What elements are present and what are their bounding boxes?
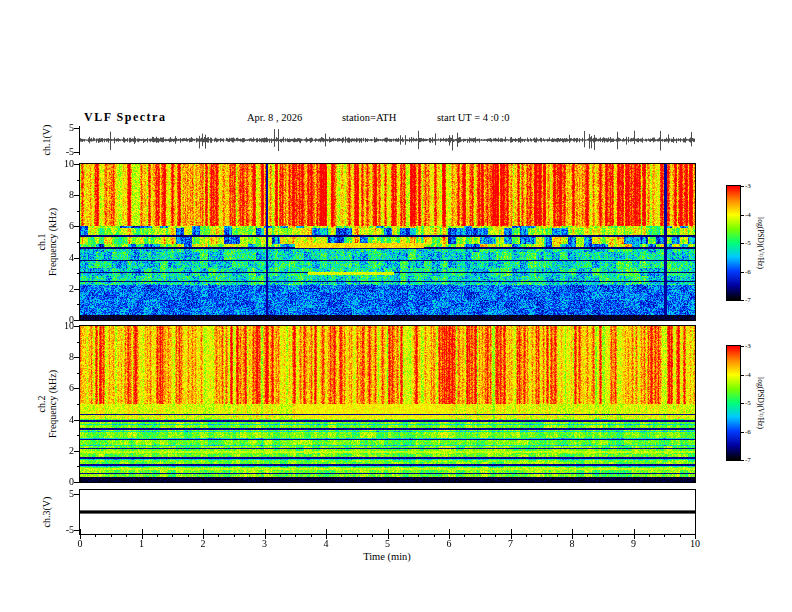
x-tick-mark	[634, 529, 635, 534]
colorbar-tick-label: -6	[745, 428, 751, 436]
colorbar-tick-mark	[741, 432, 744, 433]
ch2-frequency-axis-label: ch.2 Frequency (kHz)	[36, 370, 58, 438]
x-minor-tick-mark	[341, 535, 342, 537]
ch1-voltage-tick-mark	[74, 152, 80, 153]
x-minor-tick-mark	[557, 535, 558, 537]
x-minor-tick-mark	[649, 535, 650, 537]
x-tick-mark	[572, 315, 573, 320]
x-minor-tick-mark	[541, 535, 542, 537]
y-tick-mark	[77, 435, 80, 436]
x-tick-mark	[634, 315, 635, 320]
x-minor-tick-mark	[280, 535, 281, 537]
x-minor-tick-mark	[664, 535, 665, 537]
ch2-axis-channel-line: ch.2	[36, 370, 47, 438]
x-minor-tick-mark	[464, 535, 465, 537]
colorbar-tick-label: -6	[745, 268, 751, 276]
ch3-voltage-tick-label: -5	[48, 524, 74, 536]
x-minor-tick-mark	[434, 535, 435, 537]
y-tick-mark	[77, 373, 80, 374]
y-tick-label: 10	[48, 158, 74, 170]
y-tick-label: 8	[48, 351, 74, 363]
y-tick-label: 6	[48, 382, 74, 394]
x-tick-mark	[80, 315, 81, 320]
ch2-spectrogram-canvas	[80, 326, 695, 482]
x-minor-tick-mark	[526, 535, 527, 537]
x-tick-mark	[695, 477, 696, 482]
y-tick-label: 4	[48, 252, 74, 264]
x-tick-mark	[695, 315, 696, 320]
y-tick-mark	[74, 420, 80, 421]
colorbar-tick-mark	[741, 403, 744, 404]
figure-date: Apr. 8 , 2026	[247, 112, 302, 123]
x-minor-tick-mark	[618, 535, 619, 537]
x-tick-mark	[203, 529, 204, 534]
y-tick-label: 2	[48, 445, 74, 457]
ch2-spectrogram-panel	[79, 325, 696, 483]
x-tick-mark	[388, 315, 389, 320]
x-tick-label: 7	[508, 538, 513, 550]
ch1-axis-channel-line: ch.1	[36, 208, 47, 276]
ch1-spectrogram-canvas	[80, 164, 695, 320]
colorbar-tick-mark	[741, 346, 744, 347]
start-ut-label: start UT = 4 :0 :0	[437, 112, 510, 123]
x-minor-tick-mark	[603, 535, 604, 537]
x-minor-tick-mark	[126, 535, 127, 537]
x-minor-tick-mark	[111, 535, 112, 537]
x-tick-mark	[203, 315, 204, 320]
y-tick-mark	[74, 482, 80, 483]
x-tick-mark	[142, 477, 143, 482]
x-tick-mark	[634, 477, 635, 482]
colorbar-tick-label: -5	[745, 399, 751, 407]
x-tick-label: 6	[447, 538, 452, 550]
ch1-voltage-tick-label: -5	[48, 146, 74, 158]
ch1-voltage-tick-label: 5	[48, 122, 74, 134]
x-minor-tick-mark	[188, 535, 189, 537]
colorbar-tick-mark	[741, 243, 744, 244]
y-tick-mark	[77, 180, 80, 181]
x-tick-mark	[80, 477, 81, 482]
colorbar-tick-label: -3	[745, 182, 751, 190]
y-tick-mark	[77, 304, 80, 305]
x-minor-tick-mark	[680, 535, 681, 537]
x-minor-tick-mark	[218, 535, 219, 537]
x-tick-mark	[449, 529, 450, 534]
ch2-colorbar	[726, 345, 741, 461]
y-tick-mark	[77, 466, 80, 467]
x-tick-mark	[511, 529, 512, 534]
x-tick-mark	[449, 477, 450, 482]
ch2-colorbar-label: log(PSD)(V²/Hz)	[756, 377, 765, 429]
x-tick-mark	[326, 529, 327, 534]
x-minor-tick-mark	[418, 535, 419, 537]
y-tick-mark	[74, 451, 80, 452]
x-tick-label: 5	[385, 538, 390, 550]
ch3-voltage-axis-label: ch.3(V)	[41, 497, 52, 528]
x-tick-mark	[388, 477, 389, 482]
x-minor-tick-mark	[295, 535, 296, 537]
y-tick-mark	[77, 342, 80, 343]
x-minor-tick-mark	[311, 535, 312, 537]
colorbar-tick-mark	[741, 186, 744, 187]
y-tick-label: 4	[48, 414, 74, 426]
colorbar-tick-label: -3	[745, 342, 751, 350]
x-tick-mark	[142, 529, 143, 534]
y-tick-mark	[74, 289, 80, 290]
ch1-colorbar	[726, 185, 741, 301]
y-tick-label: 8	[48, 189, 74, 201]
ch1-colorbar-label: log(PSD)(V²/Hz)	[756, 217, 765, 269]
x-minor-tick-mark	[587, 535, 588, 537]
ch1-voltage-tick-mark	[74, 128, 80, 129]
colorbar-tick-mark	[741, 300, 744, 301]
colorbar-tick-label: -4	[745, 371, 751, 379]
x-tick-label: 2	[201, 538, 206, 550]
x-tick-mark	[572, 477, 573, 482]
x-tick-mark	[511, 477, 512, 482]
ch1-axis-frequency-line: Frequency (kHz)	[47, 208, 58, 276]
x-tick-mark	[388, 529, 389, 534]
x-tick-mark	[203, 477, 204, 482]
colorbar-tick-mark	[741, 375, 744, 376]
y-tick-label: 0	[48, 476, 74, 488]
x-minor-tick-mark	[480, 535, 481, 537]
x-tick-label: 3	[262, 538, 267, 550]
x-tick-label: 1	[139, 538, 144, 550]
ch3-voltage-tick-mark	[74, 494, 80, 495]
